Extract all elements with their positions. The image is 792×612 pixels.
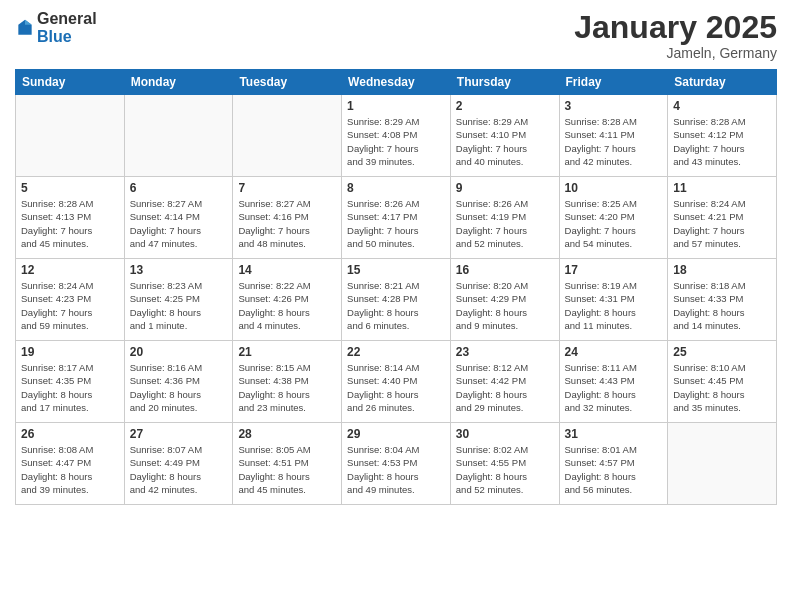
day-number: 25 bbox=[673, 345, 771, 359]
table-row: 20Sunrise: 8:16 AMSunset: 4:36 PMDayligh… bbox=[124, 341, 233, 423]
col-saturday: Saturday bbox=[668, 70, 777, 95]
col-wednesday: Wednesday bbox=[342, 70, 451, 95]
month-title: January 2025 bbox=[574, 10, 777, 45]
day-number: 17 bbox=[565, 263, 663, 277]
day-info: Sunrise: 8:25 AMSunset: 4:20 PMDaylight:… bbox=[565, 197, 663, 250]
table-row: 6Sunrise: 8:27 AMSunset: 4:14 PMDaylight… bbox=[124, 177, 233, 259]
logo: General Blue bbox=[15, 10, 97, 45]
table-row: 1Sunrise: 8:29 AMSunset: 4:08 PMDaylight… bbox=[342, 95, 451, 177]
day-info: Sunrise: 8:17 AMSunset: 4:35 PMDaylight:… bbox=[21, 361, 119, 414]
col-friday: Friday bbox=[559, 70, 668, 95]
table-row: 23Sunrise: 8:12 AMSunset: 4:42 PMDayligh… bbox=[450, 341, 559, 423]
day-info: Sunrise: 8:26 AMSunset: 4:19 PMDaylight:… bbox=[456, 197, 554, 250]
day-number: 16 bbox=[456, 263, 554, 277]
table-row: 17Sunrise: 8:19 AMSunset: 4:31 PMDayligh… bbox=[559, 259, 668, 341]
logo-general-text: General bbox=[37, 10, 97, 28]
day-info: Sunrise: 8:21 AMSunset: 4:28 PMDaylight:… bbox=[347, 279, 445, 332]
page-container: General Blue January 2025 Jameln, German… bbox=[0, 0, 792, 612]
table-row: 27Sunrise: 8:07 AMSunset: 4:49 PMDayligh… bbox=[124, 423, 233, 505]
day-info: Sunrise: 8:24 AMSunset: 4:23 PMDaylight:… bbox=[21, 279, 119, 332]
day-info: Sunrise: 8:27 AMSunset: 4:16 PMDaylight:… bbox=[238, 197, 336, 250]
table-row: 15Sunrise: 8:21 AMSunset: 4:28 PMDayligh… bbox=[342, 259, 451, 341]
table-row: 5Sunrise: 8:28 AMSunset: 4:13 PMDaylight… bbox=[16, 177, 125, 259]
day-number: 20 bbox=[130, 345, 228, 359]
table-row: 13Sunrise: 8:23 AMSunset: 4:25 PMDayligh… bbox=[124, 259, 233, 341]
day-info: Sunrise: 8:14 AMSunset: 4:40 PMDaylight:… bbox=[347, 361, 445, 414]
day-info: Sunrise: 8:27 AMSunset: 4:14 PMDaylight:… bbox=[130, 197, 228, 250]
table-row: 24Sunrise: 8:11 AMSunset: 4:43 PMDayligh… bbox=[559, 341, 668, 423]
day-info: Sunrise: 8:29 AMSunset: 4:08 PMDaylight:… bbox=[347, 115, 445, 168]
day-number: 9 bbox=[456, 181, 554, 195]
table-row: 8Sunrise: 8:26 AMSunset: 4:17 PMDaylight… bbox=[342, 177, 451, 259]
day-info: Sunrise: 8:26 AMSunset: 4:17 PMDaylight:… bbox=[347, 197, 445, 250]
day-number: 26 bbox=[21, 427, 119, 441]
day-info: Sunrise: 8:28 AMSunset: 4:11 PMDaylight:… bbox=[565, 115, 663, 168]
location-text: Jameln, Germany bbox=[574, 45, 777, 61]
table-row: 2Sunrise: 8:29 AMSunset: 4:10 PMDaylight… bbox=[450, 95, 559, 177]
table-row: 19Sunrise: 8:17 AMSunset: 4:35 PMDayligh… bbox=[16, 341, 125, 423]
col-tuesday: Tuesday bbox=[233, 70, 342, 95]
header: General Blue January 2025 Jameln, German… bbox=[15, 10, 777, 61]
logo-text: General Blue bbox=[37, 10, 97, 45]
day-number: 23 bbox=[456, 345, 554, 359]
day-number: 13 bbox=[130, 263, 228, 277]
table-row: 29Sunrise: 8:04 AMSunset: 4:53 PMDayligh… bbox=[342, 423, 451, 505]
day-info: Sunrise: 8:28 AMSunset: 4:13 PMDaylight:… bbox=[21, 197, 119, 250]
table-row: 31Sunrise: 8:01 AMSunset: 4:57 PMDayligh… bbox=[559, 423, 668, 505]
day-info: Sunrise: 8:11 AMSunset: 4:43 PMDaylight:… bbox=[565, 361, 663, 414]
col-monday: Monday bbox=[124, 70, 233, 95]
day-number: 30 bbox=[456, 427, 554, 441]
calendar-table: Sunday Monday Tuesday Wednesday Thursday… bbox=[15, 69, 777, 505]
day-number: 27 bbox=[130, 427, 228, 441]
day-number: 3 bbox=[565, 99, 663, 113]
table-row: 11Sunrise: 8:24 AMSunset: 4:21 PMDayligh… bbox=[668, 177, 777, 259]
day-number: 10 bbox=[565, 181, 663, 195]
day-info: Sunrise: 8:10 AMSunset: 4:45 PMDaylight:… bbox=[673, 361, 771, 414]
day-info: Sunrise: 8:23 AMSunset: 4:25 PMDaylight:… bbox=[130, 279, 228, 332]
day-info: Sunrise: 8:20 AMSunset: 4:29 PMDaylight:… bbox=[456, 279, 554, 332]
calendar-week-row: 1Sunrise: 8:29 AMSunset: 4:08 PMDaylight… bbox=[16, 95, 777, 177]
table-row: 7Sunrise: 8:27 AMSunset: 4:16 PMDaylight… bbox=[233, 177, 342, 259]
day-number: 6 bbox=[130, 181, 228, 195]
day-number: 28 bbox=[238, 427, 336, 441]
day-number: 21 bbox=[238, 345, 336, 359]
day-info: Sunrise: 8:19 AMSunset: 4:31 PMDaylight:… bbox=[565, 279, 663, 332]
day-number: 14 bbox=[238, 263, 336, 277]
day-info: Sunrise: 8:16 AMSunset: 4:36 PMDaylight:… bbox=[130, 361, 228, 414]
table-row: 26Sunrise: 8:08 AMSunset: 4:47 PMDayligh… bbox=[16, 423, 125, 505]
table-row bbox=[124, 95, 233, 177]
table-row bbox=[16, 95, 125, 177]
table-row: 18Sunrise: 8:18 AMSunset: 4:33 PMDayligh… bbox=[668, 259, 777, 341]
calendar-week-row: 19Sunrise: 8:17 AMSunset: 4:35 PMDayligh… bbox=[16, 341, 777, 423]
table-row: 25Sunrise: 8:10 AMSunset: 4:45 PMDayligh… bbox=[668, 341, 777, 423]
calendar-week-row: 12Sunrise: 8:24 AMSunset: 4:23 PMDayligh… bbox=[16, 259, 777, 341]
day-number: 31 bbox=[565, 427, 663, 441]
table-row: 28Sunrise: 8:05 AMSunset: 4:51 PMDayligh… bbox=[233, 423, 342, 505]
col-thursday: Thursday bbox=[450, 70, 559, 95]
table-row: 9Sunrise: 8:26 AMSunset: 4:19 PMDaylight… bbox=[450, 177, 559, 259]
day-number: 1 bbox=[347, 99, 445, 113]
day-number: 2 bbox=[456, 99, 554, 113]
day-info: Sunrise: 8:07 AMSunset: 4:49 PMDaylight:… bbox=[130, 443, 228, 496]
day-number: 22 bbox=[347, 345, 445, 359]
day-info: Sunrise: 8:15 AMSunset: 4:38 PMDaylight:… bbox=[238, 361, 336, 414]
day-info: Sunrise: 8:12 AMSunset: 4:42 PMDaylight:… bbox=[456, 361, 554, 414]
calendar-week-row: 5Sunrise: 8:28 AMSunset: 4:13 PMDaylight… bbox=[16, 177, 777, 259]
day-info: Sunrise: 8:22 AMSunset: 4:26 PMDaylight:… bbox=[238, 279, 336, 332]
day-info: Sunrise: 8:18 AMSunset: 4:33 PMDaylight:… bbox=[673, 279, 771, 332]
day-number: 4 bbox=[673, 99, 771, 113]
table-row: 22Sunrise: 8:14 AMSunset: 4:40 PMDayligh… bbox=[342, 341, 451, 423]
calendar-header-row: Sunday Monday Tuesday Wednesday Thursday… bbox=[16, 70, 777, 95]
table-row: 3Sunrise: 8:28 AMSunset: 4:11 PMDaylight… bbox=[559, 95, 668, 177]
day-info: Sunrise: 8:08 AMSunset: 4:47 PMDaylight:… bbox=[21, 443, 119, 496]
day-info: Sunrise: 8:02 AMSunset: 4:55 PMDaylight:… bbox=[456, 443, 554, 496]
day-info: Sunrise: 8:01 AMSunset: 4:57 PMDaylight:… bbox=[565, 443, 663, 496]
logo-icon bbox=[15, 18, 35, 38]
logo-blue-text: Blue bbox=[37, 28, 97, 46]
col-sunday: Sunday bbox=[16, 70, 125, 95]
day-info: Sunrise: 8:05 AMSunset: 4:51 PMDaylight:… bbox=[238, 443, 336, 496]
day-number: 12 bbox=[21, 263, 119, 277]
day-info: Sunrise: 8:29 AMSunset: 4:10 PMDaylight:… bbox=[456, 115, 554, 168]
table-row: 16Sunrise: 8:20 AMSunset: 4:29 PMDayligh… bbox=[450, 259, 559, 341]
day-number: 15 bbox=[347, 263, 445, 277]
